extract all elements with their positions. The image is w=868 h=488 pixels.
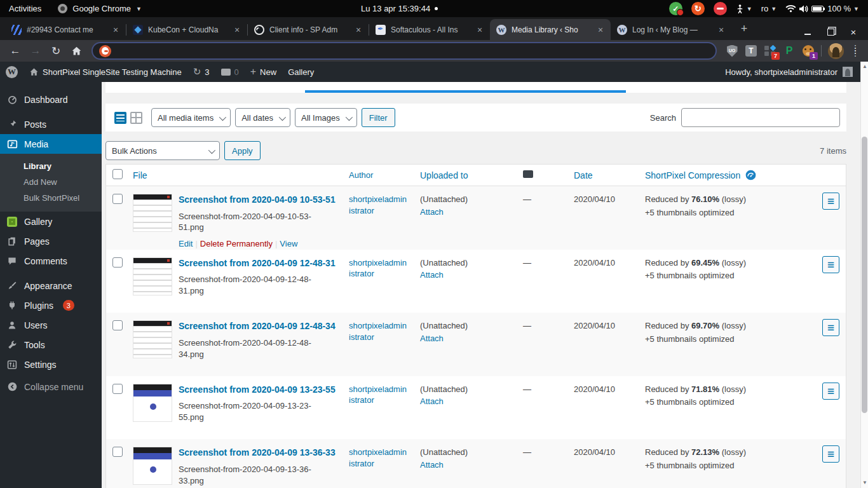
scroll-down-arrow-icon[interactable]: ▼ [861, 479, 868, 487]
back-button[interactable]: ← [7, 43, 24, 59]
accessibility-menu[interactable]: ▼ [736, 4, 752, 14]
profile-avatar[interactable] [828, 43, 844, 59]
comments-header-icon[interactable] [523, 170, 533, 178]
sort-author-header[interactable]: Author [349, 170, 407, 180]
tab-close-icon[interactable]: × [111, 25, 121, 35]
shortpixel-actions-button[interactable]: ≡ [822, 256, 839, 273]
window-restore-button[interactable] [826, 27, 835, 36]
squares-extension-button[interactable]: 7 [764, 44, 776, 57]
window-minimize-button[interactable] [803, 27, 812, 36]
submenu-item-library[interactable]: Library [0, 158, 102, 174]
row-checkbox[interactable] [112, 194, 123, 204]
author-link[interactable]: shortpixeladministrator [349, 257, 407, 280]
activities-button[interactable]: Activities [9, 4, 41, 13]
tab-softaculous[interactable]: Softaculous - All Ins × [369, 19, 490, 40]
tab-close-icon[interactable]: × [475, 25, 485, 35]
shortpixel-actions-button[interactable]: ≡ [822, 193, 839, 210]
gallery-menu[interactable]: Gallery [282, 62, 320, 82]
media-thumbnail[interactable] [133, 447, 172, 485]
attach-link[interactable]: Attach [420, 333, 510, 344]
sidebar-item-tools[interactable]: Tools [0, 335, 102, 355]
media-title-link[interactable]: Screenshot from 2020-04-09 13-23-55 [179, 384, 336, 396]
status-ok-tray-icon[interactable]: ✓ [669, 2, 682, 15]
media-title-link[interactable]: Screenshot from 2020-04-09 13-36-33 [179, 447, 336, 459]
submenu-item-add-new[interactable]: Add New [0, 174, 102, 190]
attach-link[interactable]: Attach [420, 459, 510, 471]
apply-button[interactable]: Apply [224, 141, 261, 160]
site-name-menu[interactable]: ShortPixel SingleSite Testing Machine [24, 62, 187, 82]
sidebar-item-posts[interactable]: Posts [0, 114, 102, 134]
home-button[interactable] [68, 43, 85, 59]
page-scrollbar[interactable]: ▲ ▼ [860, 62, 868, 488]
view-link[interactable]: View [280, 239, 297, 248]
window-close-button[interactable]: × [849, 27, 858, 36]
do-not-disturb-tray-icon[interactable] [714, 2, 727, 15]
tampermonkey-extension-button[interactable]: T [745, 44, 757, 57]
tab-close-icon[interactable]: × [353, 25, 363, 35]
select-all-checkbox[interactable] [112, 169, 123, 179]
app-menu[interactable]: Google Chrome ▼ [58, 4, 142, 13]
my-account-menu[interactable]: Howdy, shortpixeladministrator [725, 67, 860, 77]
media-title-link[interactable]: Screenshot from 2020-04-09 12-48-31 [179, 257, 336, 269]
attach-link[interactable]: Attach [420, 269, 510, 281]
sidebar-item-users[interactable]: Users [0, 315, 102, 335]
media-thumbnail[interactable] [133, 320, 172, 358]
tab-log-in[interactable]: W Log In ‹ My Blog — × [611, 19, 731, 40]
ublock-extension-button[interactable]: UO [726, 44, 738, 57]
clock[interactable]: Lu 13 apr 15:39:44 [361, 0, 438, 17]
author-link[interactable]: shortpixeladministrator [349, 384, 407, 406]
sidebar-item-appearance[interactable]: Appearance [0, 276, 102, 295]
author-link[interactable]: shortpixeladministrator [349, 194, 407, 216]
system-status-menu[interactable]: 100 % ▼ [785, 4, 859, 13]
media-title-link[interactable]: Screenshot from 2020-04-09 10-53-51 [179, 194, 336, 206]
forward-button[interactable]: → [27, 43, 44, 59]
new-tab-button[interactable]: + [735, 20, 753, 37]
author-link[interactable]: shortpixeladministrator [349, 320, 407, 342]
browser-menu-button[interactable]: ⋮⋮⋮ [850, 47, 860, 55]
media-thumbnail[interactable] [133, 257, 172, 295]
media-thumbnail[interactable] [133, 384, 172, 422]
sidebar-item-pages[interactable]: Pages [0, 231, 102, 251]
p-extension-button[interactable]: P [783, 44, 796, 57]
row-checkbox[interactable] [112, 320, 123, 330]
updates-menu[interactable]: ↻ 3 [187, 62, 215, 82]
tab-contact[interactable]: #29943 Contact me × [5, 19, 126, 40]
tab-client-info[interactable]: Client info - SP Adm × [248, 19, 369, 40]
uploaded-to-header[interactable]: Uploaded to [420, 170, 468, 180]
sidebar-item-media[interactable]: Media [0, 134, 102, 154]
keyboard-layout-menu[interactable]: ro ▼ [761, 4, 776, 13]
date-filter-select[interactable]: All dates [235, 108, 290, 127]
image-filter-select[interactable]: All Images [295, 108, 357, 127]
tab-kubecon[interactable]: KubeCon + CloudNa × [126, 19, 247, 40]
search-input[interactable] [681, 108, 840, 127]
sort-date-header[interactable]: Date [574, 170, 593, 180]
sidebar-item-plugins[interactable]: Plugins 3 [0, 295, 102, 315]
new-content-menu[interactable]: + New [245, 62, 282, 82]
shortpixel-compression-header[interactable]: ShortPixel Compression [645, 170, 740, 180]
tab-close-icon[interactable]: × [232, 25, 242, 35]
shortpixel-actions-button[interactable]: ≡ [822, 445, 839, 463]
shortpixel-actions-button[interactable]: ≡ [822, 383, 839, 400]
collapse-menu-button[interactable]: Collapse menu [0, 377, 102, 396]
sidebar-item-gallery[interactable]: Gallery [0, 212, 102, 231]
list-view-button[interactable] [114, 112, 126, 124]
tab-media-library[interactable]: W Media Library ‹ Sho × [490, 19, 611, 40]
sidebar-item-comments[interactable]: Comments [0, 251, 102, 271]
media-thumbnail[interactable] [133, 194, 172, 232]
row-checkbox[interactable] [112, 447, 123, 457]
grid-view-button[interactable] [130, 112, 142, 124]
reload-button[interactable]: ↻ [48, 43, 64, 59]
row-checkbox[interactable] [112, 384, 123, 394]
row-checkbox[interactable] [112, 257, 123, 268]
sidebar-item-settings[interactable]: Settings [0, 355, 102, 374]
scrollbar-thumb[interactable] [862, 137, 867, 413]
tab-close-icon[interactable]: × [595, 25, 606, 35]
comments-menu[interactable]: 0 [215, 62, 245, 82]
monkey-extension-button[interactable]: 1 [802, 44, 815, 57]
attach-link[interactable]: Attach [420, 207, 510, 218]
submenu-item-bulk-shortpixel[interactable]: Bulk ShortPixel [0, 190, 102, 206]
address-bar[interactable] [92, 42, 717, 60]
sidebar-item-dashboard[interactable]: Dashboard [0, 90, 102, 109]
author-link[interactable]: shortpixeladministrator [349, 447, 407, 469]
delete-permanently-link[interactable]: Delete Permanently [200, 239, 273, 248]
